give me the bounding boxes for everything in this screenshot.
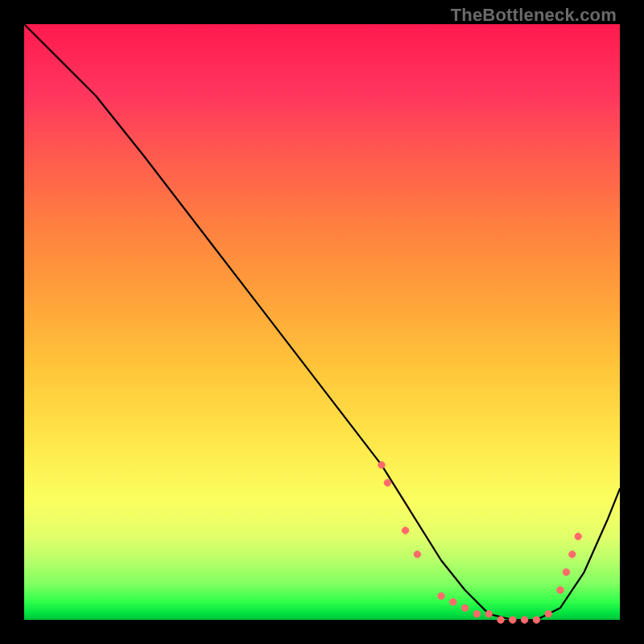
marker-dot: [384, 480, 390, 486]
marker-dot: [545, 610, 551, 617]
marker-dot: [575, 533, 581, 539]
curve-svg: [24, 24, 620, 620]
marker-dot: [450, 599, 456, 605]
marker-dot: [414, 551, 420, 557]
marker-dot: [461, 605, 468, 611]
marker-dot: [402, 527, 408, 534]
marker-dot: [557, 587, 564, 593]
marker-dot: [497, 617, 504, 623]
marker-dots-group: [378, 461, 582, 623]
plot-area: [24, 24, 620, 620]
watermark-text: TheBottleneck.com: [451, 5, 617, 26]
marker-dot: [473, 610, 480, 617]
marker-dot: [533, 617, 539, 623]
marker-dot: [569, 551, 576, 557]
marker-dot: [438, 592, 444, 599]
marker-dot: [521, 617, 527, 623]
chart-frame: TheBottleneck.com: [0, 0, 644, 644]
marker-dot: [510, 617, 516, 623]
marker-dot: [563, 569, 569, 576]
bottleneck-curve: [24, 24, 620, 620]
marker-dot: [378, 461, 385, 468]
marker-dot: [485, 610, 492, 617]
